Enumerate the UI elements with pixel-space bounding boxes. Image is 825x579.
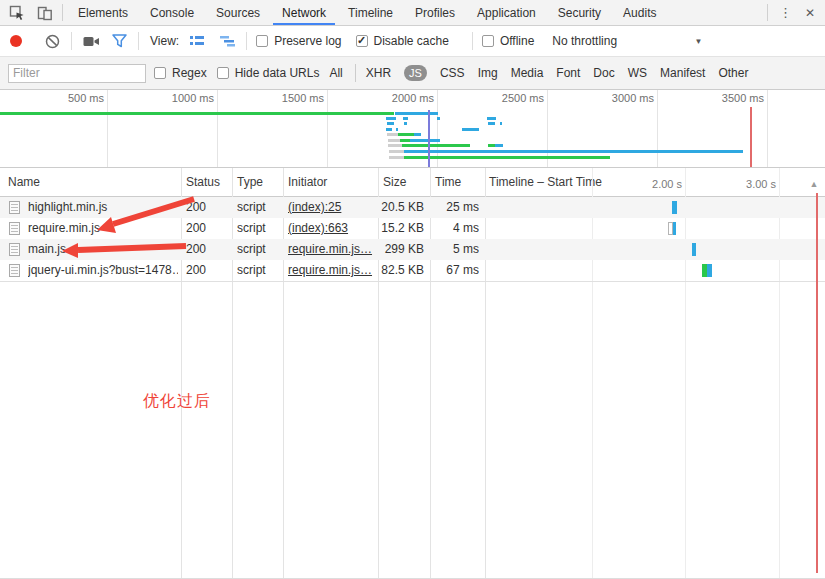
tab-network[interactable]: Network: [271, 0, 337, 25]
more-options-icon[interactable]: ⋮: [772, 5, 799, 20]
overview-request-bar: [402, 144, 470, 147]
tab-audits[interactable]: Audits: [612, 0, 667, 25]
offline-checkbox[interactable]: Offline: [482, 34, 534, 48]
disable-cache-checkbox[interactable]: Disable cache: [356, 34, 449, 48]
scrollbar-up-icon[interactable]: ▲: [804, 179, 824, 193]
overview-request-bar: [403, 117, 408, 120]
filter-chip-media[interactable]: Media: [511, 66, 544, 80]
column-header-name[interactable]: Name: [8, 168, 40, 197]
column-header-size[interactable]: Size: [383, 168, 406, 197]
request-name: require.min.js: [28, 218, 178, 239]
overview-request-bar: [437, 117, 440, 120]
checkbox-label: Hide data URLs: [235, 66, 320, 80]
overview-request-bar: [488, 144, 495, 147]
overview-request-bar: [404, 156, 610, 159]
request-row[interactable]: main.js200scriptrequire.min.js…299 KB5 m…: [0, 239, 825, 260]
divider: [62, 4, 63, 21]
request-size: 82.5 KB: [376, 260, 424, 281]
overview-request-bar: [387, 122, 394, 125]
checkbox-box: [482, 35, 494, 47]
timeline-tick-3s: 3.00 s: [721, 168, 776, 197]
request-size: 299 KB: [376, 239, 424, 260]
requests-table-header: Name Status Type Initiator Size Time Tim…: [0, 168, 825, 197]
preserve-log-checkbox[interactable]: Preserve log: [256, 34, 341, 48]
request-time: 5 ms: [428, 239, 479, 260]
request-row[interactable]: require.min.js200script(index):66315.2 K…: [0, 218, 825, 239]
request-time: 67 ms: [428, 260, 479, 281]
tab-sources[interactable]: Sources: [205, 0, 271, 25]
dom-content-loaded-line: [428, 110, 430, 167]
inspect-element-icon[interactable]: [8, 4, 26, 22]
tab-console[interactable]: Console: [139, 0, 205, 25]
load-event-line: [816, 193, 818, 573]
overview-request-bar: [495, 144, 503, 147]
overview-gridline: [767, 90, 768, 167]
filter-chip-img[interactable]: Img: [478, 66, 498, 80]
overview-request-bar: [389, 156, 404, 159]
overview-tick-label: 2000 ms: [376, 92, 434, 104]
filter-input[interactable]: [8, 64, 146, 83]
overview-tick-label: 2500 ms: [486, 92, 544, 104]
checkbox-box: [256, 35, 268, 47]
checkbox-label: Regex: [172, 66, 207, 80]
overview-request-bar: [388, 144, 402, 147]
network-filter-bar: Regex Hide data URLs All XHRJSCSSImgMedi…: [0, 57, 825, 90]
filter-chip-css[interactable]: CSS: [440, 66, 465, 80]
request-initiator-link[interactable]: require.min.js…: [288, 260, 376, 281]
request-row[interactable]: highlight.min.js200script(index):2520.5 …: [0, 197, 825, 218]
divider: [138, 32, 139, 50]
dropdown-arrow-icon: ▼: [694, 37, 702, 46]
close-devtools-icon[interactable]: ✕: [799, 6, 821, 20]
waterfall-view-icon[interactable]: [217, 31, 237, 51]
filter-chip-ws[interactable]: WS: [628, 66, 647, 80]
filter-chip-all[interactable]: All: [329, 66, 342, 80]
overview-request-bar: [396, 128, 398, 131]
overview-request-bar: [462, 128, 479, 131]
request-initiator-link[interactable]: (index):25: [288, 197, 376, 218]
column-header-status[interactable]: Status: [186, 168, 220, 197]
divider: [71, 32, 72, 50]
tab-security[interactable]: Security: [547, 0, 612, 25]
throttling-select[interactable]: No throttling ▼: [552, 34, 702, 48]
request-size: 15.2 KB: [376, 218, 424, 239]
overview-request-bar: [386, 117, 396, 120]
regex-checkbox[interactable]: Regex: [154, 66, 207, 80]
filter-chip-other[interactable]: Other: [718, 66, 748, 80]
column-header-initiator[interactable]: Initiator: [288, 168, 327, 197]
list-view-icon[interactable]: [187, 31, 207, 51]
timeline-overview[interactable]: 500 ms1000 ms1500 ms2000 ms2500 ms3000 m…: [0, 90, 825, 168]
overview-request-bar: [404, 150, 743, 153]
device-toolbar-icon[interactable]: [36, 4, 54, 22]
tab-application[interactable]: Application: [466, 0, 547, 25]
tab-timeline[interactable]: Timeline: [337, 0, 404, 25]
hide-data-urls-checkbox[interactable]: Hide data URLs: [217, 66, 320, 80]
script-file-icon: [9, 243, 20, 256]
script-file-icon: [9, 201, 20, 214]
request-row[interactable]: jquery-ui.min.js?bust=1478…200scriptrequ…: [0, 260, 825, 281]
column-header-time[interactable]: Time: [435, 168, 461, 197]
filter-chip-font[interactable]: Font: [556, 66, 580, 80]
filter-chip-js[interactable]: JS: [404, 65, 427, 81]
overview-tick-label: 3000 ms: [596, 92, 654, 104]
divider: [246, 32, 247, 50]
overview-tick-label: 1500 ms: [266, 92, 324, 104]
filter-chip-xhr[interactable]: XHR: [366, 66, 391, 80]
request-size: 20.5 KB: [376, 197, 424, 218]
filmstrip-icon[interactable]: [81, 31, 101, 51]
request-initiator-link[interactable]: (index):663: [288, 218, 376, 239]
throttling-value: No throttling: [552, 34, 617, 48]
request-initiator-link[interactable]: require.min.js…: [288, 239, 376, 260]
overview-gridline: [657, 90, 658, 167]
overview-request-bar: [400, 139, 410, 142]
filter-chip-manifest[interactable]: Manifest: [660, 66, 705, 80]
column-header-timeline[interactable]: Timeline – Start Time: [489, 168, 602, 197]
filter-chip-doc[interactable]: Doc: [593, 66, 614, 80]
filter-icon[interactable]: [109, 31, 129, 51]
divider: [472, 32, 473, 50]
tab-elements[interactable]: Elements: [67, 0, 139, 25]
overview-tick-label: 1000 ms: [156, 92, 214, 104]
record-button[interactable]: [10, 35, 22, 47]
clear-icon[interactable]: [42, 31, 62, 51]
tab-profiles[interactable]: Profiles: [404, 0, 466, 25]
column-header-type[interactable]: Type: [237, 168, 263, 197]
